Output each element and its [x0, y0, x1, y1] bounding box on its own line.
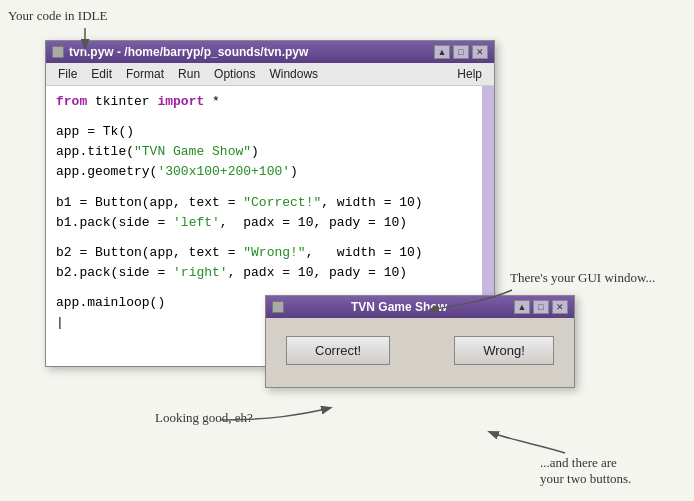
code-blank-1: [56, 112, 472, 122]
gui-minimize-button[interactable]: ▲: [514, 300, 530, 314]
idle-window-title: tvn.pyw - /home/barryp/p_sounds/tvn.pyw: [69, 45, 308, 59]
code-line-3: app = Tk(): [56, 122, 472, 142]
menu-options[interactable]: Options: [208, 65, 261, 83]
annotation-right-top: There's your GUI window...: [510, 270, 655, 286]
annotation-top-left: Your code in IDLE: [8, 8, 107, 24]
code-line-11: b2.pack(side = 'right', padx = 10, pady …: [56, 263, 472, 283]
idle-window-icon: [52, 46, 64, 58]
menu-run[interactable]: Run: [172, 65, 206, 83]
code-line-8: b1.pack(side = 'left', padx = 10, pady =…: [56, 213, 472, 233]
code-blank-4: [56, 283, 472, 293]
menu-help[interactable]: Help: [451, 65, 488, 83]
idle-menubar: File Edit Format Run Options Windows Hel…: [46, 63, 494, 86]
code-line-5: app.geometry('300x100+200+100'): [56, 162, 472, 182]
code-line-10: b2 = Button(app, text = "Wrong!", width …: [56, 243, 472, 263]
code-line-4: app.title("TVN Game Show"): [56, 142, 472, 162]
idle-titlebar: tvn.pyw - /home/barryp/p_sounds/tvn.pyw …: [46, 41, 494, 63]
idle-minimize-button[interactable]: ▲: [434, 45, 450, 59]
gui-window: TVN Game Show ▲ □ ✕ Correct! Wrong!: [265, 295, 575, 388]
menu-file[interactable]: File: [52, 65, 83, 83]
gui-content: Correct! Wrong!: [266, 318, 574, 387]
gui-titlebar: TVN Game Show ▲ □ ✕: [266, 296, 574, 318]
idle-close-button[interactable]: ✕: [472, 45, 488, 59]
correct-button[interactable]: Correct!: [286, 336, 390, 365]
gui-window-icon: [272, 301, 284, 313]
wrong-button[interactable]: Wrong!: [454, 336, 554, 365]
menu-windows[interactable]: Windows: [263, 65, 324, 83]
code-line-1: from tkinter import *: [56, 92, 472, 112]
menu-edit[interactable]: Edit: [85, 65, 118, 83]
titlebar-left: tvn.pyw - /home/barryp/p_sounds/tvn.pyw: [52, 45, 308, 59]
gui-window-title: TVN Game Show: [284, 300, 514, 314]
gui-titlebar-buttons: ▲ □ ✕: [514, 300, 568, 314]
menu-format[interactable]: Format: [120, 65, 170, 83]
code-blank-2: [56, 183, 472, 193]
idle-restore-button[interactable]: □: [453, 45, 469, 59]
gui-restore-button[interactable]: □: [533, 300, 549, 314]
code-line-7: b1 = Button(app, text = "Correct!", widt…: [56, 193, 472, 213]
annotation-bottom-left: Looking good, eh?: [155, 410, 253, 426]
annotation-bottom-right: ...and there areyour two buttons.: [540, 455, 631, 487]
code-blank-3: [56, 233, 472, 243]
idle-titlebar-buttons: ▲ □ ✕: [434, 45, 488, 59]
gui-close-button[interactable]: ✕: [552, 300, 568, 314]
